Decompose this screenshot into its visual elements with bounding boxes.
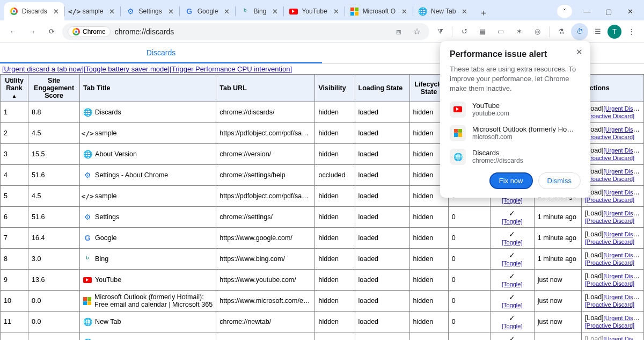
th-engagement-score[interactable]: Site Engagement Score xyxy=(28,75,80,102)
th-tab-title[interactable]: Tab Title xyxy=(80,75,216,102)
action-load[interactable]: [Load] xyxy=(585,272,604,280)
popup-item-domain: microsoft.com xyxy=(472,133,574,141)
browser-tab[interactable]: GGoogle✕ xyxy=(180,2,236,20)
cell-visibility: hidden xyxy=(315,270,355,291)
bookmark-star-button[interactable]: ☆ xyxy=(410,25,424,39)
browser-tab[interactable]: ᵇBing✕ xyxy=(236,2,283,20)
action-proactive-discard[interactable]: [Proactive Discard] xyxy=(585,134,634,140)
action-urgent-discard[interactable]: [Urgent Discard] xyxy=(604,126,644,133)
action-urgent-discard[interactable]: [Urgent Discard] xyxy=(604,147,644,154)
action-proactive-discard[interactable]: [Proactive Discard] xyxy=(585,322,634,329)
action-proactive-discard[interactable]: [Proactive Discard] xyxy=(585,280,634,287)
action-urgent-discard[interactable]: [Urgent Discard] xyxy=(604,314,644,322)
tab-close-button[interactable]: ✕ xyxy=(109,8,115,16)
action-load[interactable]: [Load] xyxy=(585,230,604,238)
tick-icon: ✓ xyxy=(494,272,531,280)
th-visibility[interactable]: Visibility xyxy=(315,75,355,102)
cell-last-active: just now xyxy=(534,312,581,332)
labs-button[interactable]: ⚗ xyxy=(553,23,570,40)
url-input[interactable] xyxy=(115,27,387,36)
action-urgent-discard[interactable]: [Urgent Discard] xyxy=(604,230,644,238)
browser-tab[interactable]: </>sample✕ xyxy=(65,2,121,20)
action-urgent-discard[interactable]: [Urgent Discard] xyxy=(604,105,644,112)
action-urgent-discard[interactable]: [Urgent Discard] xyxy=(604,272,644,280)
browser-tab[interactable]: ⚙Settings✕ xyxy=(121,2,179,20)
tick-icon: ✓ xyxy=(494,314,531,322)
action-load[interactable]: [Load] xyxy=(585,314,604,322)
toggle-discardable-link[interactable]: [Toggle] xyxy=(502,239,523,245)
action-proactive-discard[interactable]: [Proactive Discard] xyxy=(585,218,634,224)
toggle-discardable-link[interactable]: [Toggle] xyxy=(502,281,523,287)
dismiss-button[interactable]: Dismiss xyxy=(538,172,581,189)
toggle-discardable-link[interactable]: [Toggle] xyxy=(502,323,523,329)
th-utility-rank[interactable]: Utility Rank ▲ xyxy=(1,75,28,102)
lens-button[interactable]: ⧈ xyxy=(392,25,406,39)
action-urgent-discard[interactable]: [Urgent Discard] xyxy=(604,293,644,301)
tab-discards[interactable]: Discards xyxy=(0,43,322,63)
tab-close-button[interactable]: ✕ xyxy=(53,8,59,16)
forward-button[interactable]: → xyxy=(24,23,41,40)
action-urgent-discard[interactable]: [Urgent Discard] xyxy=(604,189,644,196)
cell-loading: loaded xyxy=(355,249,409,270)
fix-now-button[interactable]: Fix now xyxy=(489,172,533,189)
toggle-discardable-link[interactable]: [Toggle] xyxy=(502,302,523,308)
link-toggle-battery-saver[interactable]: [Toggle battery saver mode] xyxy=(84,65,170,73)
action-proactive-discard[interactable]: [Proactive Discard] xyxy=(585,259,634,266)
action-load[interactable]: [Load] xyxy=(585,293,604,301)
toggle-discardable-link[interactable]: [Toggle] xyxy=(502,260,523,266)
reader-mode-button[interactable]: ▭ xyxy=(492,23,509,40)
tab-close-button[interactable]: ✕ xyxy=(272,8,278,16)
tab-close-button[interactable]: ✕ xyxy=(168,8,174,16)
action-proactive-discard[interactable]: [Proactive Discard] xyxy=(585,238,634,245)
cast-button[interactable]: ◎ xyxy=(529,23,546,40)
side-panel-button[interactable]: ☰ xyxy=(589,23,606,40)
link-trigger-cpu-intervention[interactable]: [Trigger Performance CPU intervention] xyxy=(170,65,292,73)
action-urgent-discard[interactable]: [Urgent Discard] xyxy=(604,209,644,217)
profile-avatar[interactable]: T xyxy=(608,25,621,39)
reading-list-button[interactable]: ▤ xyxy=(474,23,491,40)
browser-tab[interactable]: YouTube✕ xyxy=(284,2,344,20)
extensions-button[interactable]: ⧩ xyxy=(431,23,449,40)
th-loading-state[interactable]: Loading State xyxy=(355,75,409,102)
action-urgent-discard[interactable]: [Urgent Discard] xyxy=(604,168,644,175)
toggle-discardable-link[interactable]: [Toggle] xyxy=(502,218,523,225)
browser-tab[interactable]: Microsoft O✕ xyxy=(345,2,413,20)
action-load[interactable]: [Load] xyxy=(585,251,604,259)
reload-button[interactable]: ⟳ xyxy=(43,23,60,40)
action-proactive-discard[interactable]: [Proactive Discard] xyxy=(585,176,634,182)
popup-tab-item: 🌐Discardschrome://discards xyxy=(450,149,581,165)
action-urgent-discard[interactable]: [Urgent Discard] xyxy=(604,335,644,340)
kebab-menu-button[interactable]: ⋮ xyxy=(623,23,640,40)
minimize-button[interactable]: — xyxy=(576,2,598,20)
history-button[interactable]: ↺ xyxy=(456,23,473,40)
back-button[interactable]: ← xyxy=(4,23,21,40)
link-urgent-discard-now[interactable]: [Urgent discard a tab now] xyxy=(2,65,84,73)
browser-tab[interactable]: 🌐New Tab✕ xyxy=(413,2,473,20)
bookmarks-button[interactable]: ✶ xyxy=(510,23,528,40)
tab-close-button[interactable]: ✕ xyxy=(333,8,339,16)
maximize-button[interactable]: ▢ xyxy=(598,2,619,20)
action-load[interactable]: [Load] xyxy=(585,209,604,217)
th-actions[interactable]: Actions xyxy=(581,75,643,102)
popup-close-button[interactable]: ✕ xyxy=(576,47,583,57)
chrome-icon xyxy=(72,28,80,35)
performance-button[interactable]: ⏱ xyxy=(571,23,588,40)
tab-close-button[interactable]: ✕ xyxy=(224,8,230,16)
tab-search-button[interactable]: ˇ xyxy=(557,5,572,18)
action-proactive-discard[interactable]: [Proactive Discard] xyxy=(585,155,634,161)
globe-icon: 🌐 xyxy=(453,153,463,161)
code-icon: </> xyxy=(81,129,93,138)
th-tab-url[interactable]: Tab URL xyxy=(216,75,315,102)
new-tab-button[interactable]: ＋ xyxy=(476,5,491,20)
tick-icon: ✓ xyxy=(494,209,531,218)
close-window-button[interactable]: ✕ xyxy=(619,2,641,20)
action-proactive-discard[interactable]: [Proactive Discard] xyxy=(585,197,634,203)
tab-close-button[interactable]: ✕ xyxy=(462,8,467,16)
toggle-discardable-link[interactable]: [Toggle] xyxy=(502,197,523,204)
action-proactive-discard[interactable]: [Proactive Discard] xyxy=(585,113,634,119)
omnibox[interactable]: Chrome ⧈ ☆ xyxy=(62,23,429,40)
action-urgent-discard[interactable]: [Urgent Discard] xyxy=(604,251,644,259)
tab-close-button[interactable]: ✕ xyxy=(401,8,407,16)
action-proactive-discard[interactable]: [Proactive Discard] xyxy=(585,301,634,308)
browser-tab[interactable]: Discards✕ xyxy=(4,2,64,20)
